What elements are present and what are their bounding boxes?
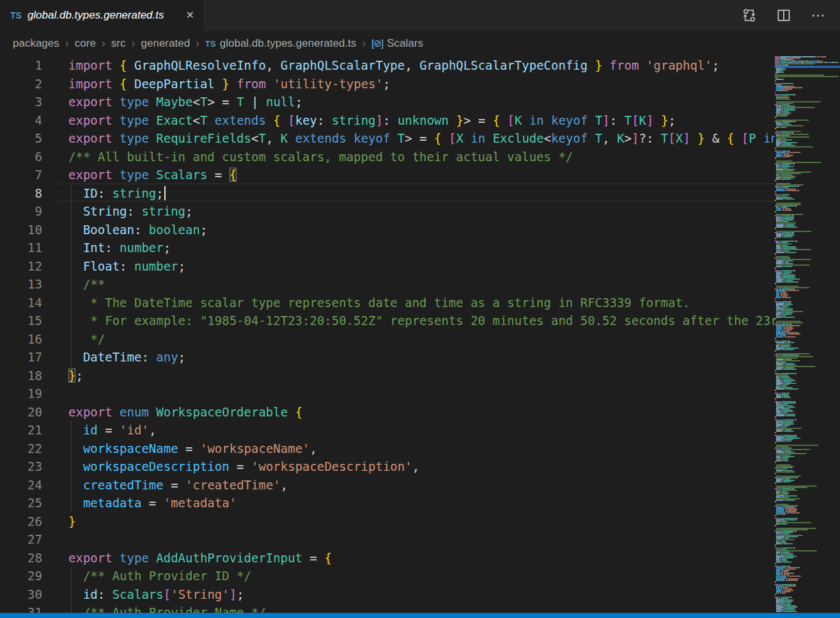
line-number[interactable]: 5 bbox=[0, 129, 42, 148]
code-line-14[interactable]: * The DateTime scalar type represents da… bbox=[68, 294, 775, 312]
line-number[interactable]: 22 bbox=[0, 440, 42, 458]
code-line-6[interactable]: /** All built-in and custom scalars, map… bbox=[68, 148, 775, 166]
code-line-23[interactable]: workspaceDescription = 'workspaceDescrip… bbox=[68, 457, 775, 476]
line-number[interactable]: 9 bbox=[0, 202, 42, 221]
close-tab-icon[interactable]: ✕ bbox=[183, 9, 197, 22]
code-line-18[interactable]: }; bbox=[68, 367, 775, 385]
tab-global-db-types-generated-ts[interactable]: TS global.db.types.generated.ts ✕ bbox=[0, 0, 203, 31]
split-editor-icon[interactable] bbox=[776, 8, 791, 23]
code-line-17[interactable]: DateTime: any; bbox=[68, 348, 775, 367]
line-number[interactable]: 13 bbox=[0, 275, 42, 294]
code-line-30[interactable]: id: Scalars['String']; bbox=[68, 585, 775, 604]
code-token: , bbox=[310, 441, 317, 456]
code-line-26[interactable]: } bbox=[68, 512, 775, 531]
code-line-15[interactable]: * For example: "1985-04-12T23:20:50.52Z"… bbox=[68, 312, 775, 330]
line-number[interactable]: 18 bbox=[0, 367, 42, 385]
line-number[interactable]: 28 bbox=[0, 549, 42, 567]
code-token: 'utility-types' bbox=[273, 77, 383, 91]
code-line-31[interactable]: /** Auth Provider Name */ bbox=[68, 603, 775, 613]
code-line-1[interactable]: import { GraphQLResolveInfo, GraphQLScal… bbox=[68, 56, 775, 75]
code-line-21[interactable]: id = 'id', bbox=[68, 421, 775, 440]
line-number[interactable]: 12 bbox=[0, 257, 42, 276]
code-token: GraphQLScalarType bbox=[281, 58, 405, 72]
minimap[interactable] bbox=[775, 56, 840, 613]
code-line-12[interactable]: Float: number; bbox=[68, 257, 775, 276]
code-line-11[interactable]: Int: number; bbox=[68, 239, 775, 257]
code-line-10[interactable]: Boolean: boolean; bbox=[68, 221, 775, 239]
breadcrumb-item-packages[interactable]: packages bbox=[13, 37, 59, 50]
line-number[interactable]: 19 bbox=[0, 384, 42, 403]
code-line-22[interactable]: workspaceName = 'workspaceName', bbox=[68, 440, 775, 458]
breadcrumb-item-scalars[interactable]: [⊘]Scalars bbox=[371, 37, 423, 50]
line-number[interactable]: 4 bbox=[0, 111, 42, 130]
code-line-19[interactable] bbox=[68, 384, 775, 403]
line-number[interactable]: 15 bbox=[0, 312, 42, 330]
code-token: /** Auth Provider Name */ bbox=[83, 605, 266, 613]
line-number[interactable]: 14 bbox=[0, 294, 42, 312]
line-number[interactable]: 2 bbox=[0, 75, 42, 93]
code-token: 'String' bbox=[171, 587, 229, 601]
line-number[interactable]: 23 bbox=[0, 457, 42, 476]
line-number[interactable]: 6 bbox=[0, 148, 42, 166]
code-token bbox=[68, 186, 83, 200]
line-number[interactable]: 3 bbox=[0, 93, 42, 111]
more-actions-icon[interactable]: ⋯ bbox=[811, 8, 826, 23]
code-token: export bbox=[68, 551, 120, 565]
code-line-20[interactable]: export enum WorkspaceOrderable { bbox=[68, 403, 775, 422]
open-changes-icon[interactable] bbox=[742, 8, 757, 23]
code-line-3[interactable]: export type Maybe<T> = T | null; bbox=[68, 93, 775, 111]
code-token: ; bbox=[178, 350, 185, 364]
line-number[interactable]: 16 bbox=[0, 330, 42, 349]
code-token: unknown bbox=[398, 113, 449, 127]
code-line-4[interactable]: export type Exact<T extends { [key: stri… bbox=[68, 111, 775, 130]
code-line-5[interactable]: export type RequireFields<T, K extends k… bbox=[68, 129, 775, 148]
line-number[interactable]: 21 bbox=[0, 421, 42, 440]
line-number[interactable]: 27 bbox=[0, 530, 42, 549]
breadcrumb-item-src[interactable]: src bbox=[111, 37, 126, 50]
line-number[interactable]: 20 bbox=[0, 403, 42, 422]
line-number[interactable]: 10 bbox=[0, 221, 42, 239]
code-token bbox=[68, 259, 83, 273]
code-line-7[interactable]: export type Scalars = { bbox=[68, 166, 775, 184]
code-token: any bbox=[156, 350, 178, 364]
code-token bbox=[449, 113, 456, 127]
line-number[interactable]: 26 bbox=[0, 512, 42, 531]
line-number[interactable]: 30 bbox=[0, 585, 42, 604]
breadcrumb-item-generated[interactable]: generated bbox=[141, 37, 191, 50]
line-number[interactable]: 29 bbox=[0, 567, 42, 585]
code-line-29[interactable]: /** Auth Provider ID */ bbox=[68, 567, 775, 585]
code-area[interactable]: import { GraphQLResolveInfo, GraphQLScal… bbox=[58, 56, 775, 613]
code-token: export bbox=[68, 131, 120, 145]
breadcrumb-item-global-db-types-generated-ts[interactable]: TSglobal.db.types.generated.ts bbox=[205, 37, 356, 50]
line-number[interactable]: 1 bbox=[0, 56, 42, 75]
code-line-27[interactable] bbox=[68, 530, 775, 549]
code-token: K bbox=[639, 113, 646, 127]
line-number[interactable]: 11 bbox=[0, 239, 42, 257]
code-token bbox=[68, 423, 83, 437]
code-token: < bbox=[192, 95, 199, 109]
code-line-28[interactable]: export type AddAuthProviderInput = { bbox=[68, 549, 775, 567]
line-number[interactable]: 24 bbox=[0, 476, 42, 495]
code-line-25[interactable]: metadata = 'metadata' bbox=[68, 494, 775, 512]
line-number[interactable]: 7 bbox=[0, 166, 42, 184]
code-token: */ bbox=[68, 332, 105, 346]
line-number[interactable]: 31 bbox=[0, 603, 42, 613]
code-token: } bbox=[661, 113, 668, 127]
code-token: 'workspaceName' bbox=[200, 441, 310, 456]
code-line-16[interactable]: */ bbox=[68, 330, 775, 349]
minimap-container bbox=[775, 56, 840, 613]
code-line-9[interactable]: String: string; bbox=[68, 202, 775, 221]
line-number[interactable]: 8 bbox=[0, 184, 42, 203]
breadcrumb-separator-icon: › bbox=[102, 36, 105, 50]
code-token: 'id' bbox=[120, 423, 149, 437]
code-line-24[interactable]: createdTime = 'createdTime', bbox=[68, 476, 775, 495]
breadcrumb-item-core[interactable]: core bbox=[75, 37, 96, 50]
breadcrumb-label: generated bbox=[141, 37, 191, 50]
code-token: K bbox=[281, 131, 295, 145]
code-line-2[interactable]: import { DeepPartial } from 'utility-typ… bbox=[68, 75, 775, 93]
code-line-13[interactable]: /** bbox=[68, 275, 775, 294]
code-line-8[interactable]: ID: string; bbox=[68, 184, 775, 203]
line-number[interactable]: 25 bbox=[0, 494, 42, 512]
code-token: type bbox=[120, 131, 156, 145]
line-number[interactable]: 17 bbox=[0, 348, 42, 367]
